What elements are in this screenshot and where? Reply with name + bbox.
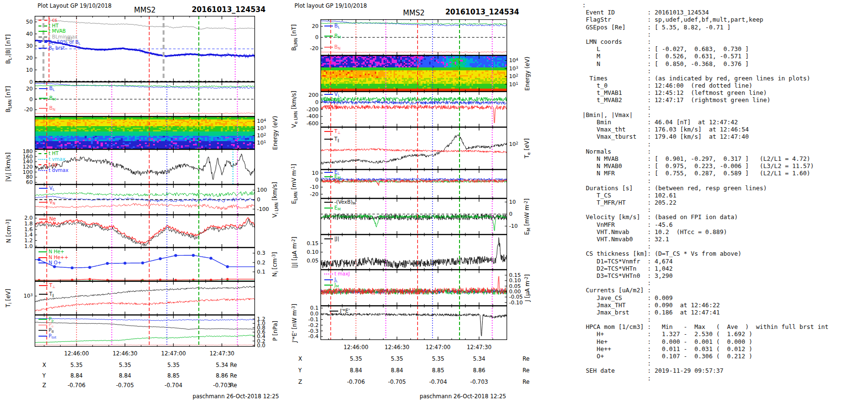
coord-value: -0.704: [154, 382, 193, 389]
ytick-label: -20: [12, 106, 33, 113]
right-axis-label: Energy (eV): [524, 56, 531, 91]
right-axis-label: Energy (eV): [272, 116, 279, 150]
info-line: Currents [uA/m2] :: [582, 287, 867, 294]
curve-label: BN: [39, 105, 55, 112]
ytick-label: 0: [297, 34, 319, 40]
time-tick-label: 12:46:00: [337, 344, 375, 351]
panel-vi-lmn: [35, 184, 255, 215]
info-line: VnMFR : -45.6: [582, 221, 867, 228]
legend-item: t vmax: [38, 157, 65, 162]
coord-value: -0.706: [337, 379, 375, 385]
coord-unit: Re: [230, 382, 237, 389]
panel-ion-spectrogram: [35, 117, 255, 149]
ytick-label: 1.2: [12, 237, 33, 244]
coord-unit: Re: [230, 372, 237, 379]
curve-label: BL: [324, 23, 340, 29]
y-axis-label: BLMN [nT]: [291, 24, 298, 51]
legend-item: BL brst: [38, 45, 65, 52]
right-axis-label: Vi LMN [km/s]: [271, 182, 279, 217]
info-line: Vmax_tburst : 179.40 [km/s] at 12:47:40: [582, 133, 867, 140]
coord-value: 5.35: [106, 362, 144, 368]
ytick-label: 0: [12, 79, 33, 85]
ytick-label: 1.6: [12, 226, 33, 233]
panel-bl-absb: [35, 16, 255, 82]
coord-value: 8.85: [154, 372, 193, 379]
coord-value: 8.86: [460, 367, 498, 374]
curve-label: T⊥: [324, 128, 341, 135]
time-tick-label: 12:47:30: [203, 350, 241, 357]
info-line: He+ : 0.000 - 0.001 ( 0.000 ): [582, 338, 867, 345]
coord-value: 8.84: [378, 367, 416, 374]
curve-label: BM: [324, 33, 341, 39]
ytick-label: 2.0: [12, 215, 33, 221]
ytick-label: -10: [297, 184, 319, 190]
time-tick-label: 12:46:00: [57, 350, 96, 357]
panel-ti: [35, 281, 255, 315]
info-line: N MVAB : [ 0.901, -0.297, 0.317 ] (L2/L1…: [582, 155, 867, 162]
info-line: FlagStr : sp,udef,udef,bf,mult,part,keep: [582, 16, 867, 23]
coord-value: 5.35: [378, 355, 416, 362]
curve-label: Ne: [39, 216, 56, 222]
info-line: Times : (as indicated by red, green line…: [582, 75, 867, 82]
ytick-label: 10: [12, 67, 33, 73]
info-line: D2=TCS*VHTn : 1,042: [582, 265, 867, 272]
info-line: VHT.Nmvab : 10.2 (HTcc = 0.889): [582, 228, 867, 235]
panel-elmn: [320, 170, 507, 198]
coord-value: -0.705: [106, 382, 144, 389]
coord-value: 5.34: [460, 355, 498, 362]
coord-value: 8.85: [419, 367, 457, 374]
ytick-label: 20: [297, 23, 319, 29]
y-axis-label: BL,|B| [nT]: [5, 34, 12, 64]
y-axis-label: |J| [µA m-2]: [291, 236, 298, 268]
info-line: Jmax_THT : 0.090 at 12:46:22: [582, 301, 867, 309]
ytick-label: 0.0: [257, 342, 279, 349]
info-line: :: [582, 31, 867, 38]
panel-vi-mag: [35, 149, 255, 184]
info-line: Jave_CS : 0.009: [582, 294, 867, 301]
ytick-label: 50: [12, 19, 33, 25]
coord-unit: Re: [523, 355, 530, 362]
legend-item: t cs: [38, 162, 57, 167]
info-line: :: [582, 375, 867, 382]
ytick-label: -400: [297, 113, 319, 119]
info-line: Velocity [km/s] : (based on FPI ion data…: [582, 213, 867, 221]
right-axis-label: J [µA m-2]: [524, 274, 531, 301]
coord-value: 8.84: [57, 372, 96, 379]
time-tick-label: 12:47:00: [154, 350, 193, 357]
right-axis-label: Ni [cm-3]: [271, 252, 279, 276]
coord-value: -0.703: [460, 379, 498, 385]
panel-minor-ions: [35, 248, 255, 281]
ytick-label: 20: [12, 55, 33, 61]
coord-value: -0.705: [378, 379, 416, 385]
info-line: |Bmin|, |Vmax| :: [582, 111, 867, 118]
y-axis-label: |Vi| [km/s]: [5, 152, 12, 182]
ytick-label: 103: [12, 293, 33, 299]
y-axis-label: N [cm-3]: [5, 219, 12, 243]
info-line: t_0 : 12:46:00 (red dotted line): [582, 82, 867, 89]
coord-value: -0.704: [419, 379, 457, 385]
ytick-label: 0.10: [297, 249, 319, 255]
ytick-label: 0: [12, 96, 33, 103]
coord-row-label: X: [42, 362, 46, 368]
curve-label: EM: [324, 205, 341, 211]
info-line: :: [582, 141, 867, 148]
ytick-label: 30: [12, 43, 33, 49]
event-id: 20161013_124534: [375, 8, 519, 16]
right-axis-label: P [nPa]: [272, 321, 279, 341]
info-line: :: [582, 67, 867, 75]
curve-label: |J|: [324, 235, 339, 241]
coord-row-label: Z: [42, 382, 46, 389]
time-tick-label: 12:47:30: [460, 344, 498, 351]
info-line: H+ : 1.327 - 2.530 ( 1.692 ): [582, 330, 867, 338]
ytick-label: -20: [297, 45, 319, 52]
left-plot: Plot Layout GP 19/10/2018 MMS2 20161013_…: [0, 0, 289, 405]
coord-unit: Re: [523, 367, 530, 374]
info-line: LMN coords :: [582, 38, 867, 45]
info-line: O+ : 0.107 - 0.306 ( 0.212 ): [582, 353, 867, 360]
ytick-label: 1.4: [12, 232, 33, 238]
curve-label: EN: [324, 178, 340, 185]
curve-label: VN: [39, 199, 55, 206]
info-line: SEH date : 2019-11-29 09:57:37: [582, 367, 867, 374]
ytick-label: 0.15: [297, 240, 319, 247]
panel-blmn: [320, 19, 507, 55]
